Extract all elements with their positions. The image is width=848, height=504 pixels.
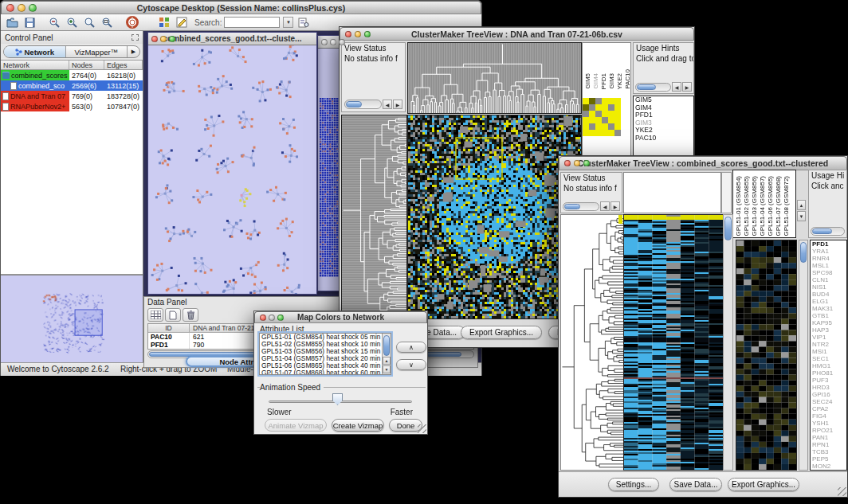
close-icon[interactable] bbox=[345, 31, 351, 37]
gene-label[interactable]: RPN1 bbox=[811, 441, 846, 448]
gene-label[interactable]: GPI16 bbox=[811, 391, 846, 398]
scrollbar-thumb[interactable] bbox=[383, 335, 390, 356]
gene-label[interactable]: SEC1 bbox=[811, 355, 846, 362]
scroll-left-icon[interactable]: ◀ bbox=[600, 201, 610, 211]
plugin-manager-icon[interactable] bbox=[156, 16, 171, 29]
zoom-heatmap[interactable] bbox=[736, 240, 797, 471]
gene-label[interactable]: FIG4 bbox=[811, 412, 846, 420]
attribute-item[interactable]: GPL51-07 (GSM868) heat shock 60 min bbox=[260, 369, 391, 375]
close-icon[interactable] bbox=[260, 315, 266, 321]
scrollbar-thumb[interactable] bbox=[637, 84, 656, 90]
gene-label[interactable]: NIS1 bbox=[811, 283, 846, 291]
close-icon[interactable] bbox=[6, 4, 14, 12]
gene-label[interactable]: PAN1 bbox=[811, 434, 846, 441]
delete-attribute-icon[interactable] bbox=[183, 308, 198, 322]
array-column-label[interactable]: GPL51-03 (GSM856) bbox=[751, 176, 758, 236]
attribute-list[interactable]: GPL51-01 (GSM854) heat shock 05 minGPL51… bbox=[259, 333, 391, 375]
search-config-icon[interactable] bbox=[296, 16, 311, 29]
heatmap[interactable] bbox=[623, 214, 724, 471]
network-canvas[interactable] bbox=[148, 45, 316, 294]
gene-label[interactable]: PFD1 bbox=[811, 240, 846, 248]
minimize-icon[interactable] bbox=[355, 31, 361, 37]
annotation-icon[interactable] bbox=[174, 16, 189, 29]
gene-label[interactable]: GTB1 bbox=[811, 312, 846, 319]
zoom-in-icon[interactable] bbox=[65, 16, 80, 29]
scroll-down-icon[interactable]: ▼ bbox=[797, 211, 806, 221]
gene-label[interactable]: PHO81 bbox=[811, 369, 846, 377]
tab-vizmapper[interactable]: VizMapper™ bbox=[66, 46, 128, 57]
array-column-label[interactable]: GPL51-06 (GSM865) bbox=[767, 176, 774, 236]
minimize-icon[interactable] bbox=[160, 36, 167, 42]
tab-overflow-icon[interactable]: ▶ bbox=[128, 46, 139, 57]
view-status-hscrollbar[interactable] bbox=[563, 202, 599, 211]
scrollbar-thumb[interactable] bbox=[800, 242, 807, 263]
open-session-icon[interactable] bbox=[5, 16, 20, 29]
zoom-fit-icon[interactable] bbox=[100, 16, 115, 29]
save-data-button[interactable]: Save Data... bbox=[669, 478, 722, 491]
attribute-list-vscrollbar[interactable]: ▲ ▼ bbox=[382, 334, 391, 374]
resize-grip[interactable] bbox=[838, 487, 846, 496]
array-column-label[interactable]: GPL51-04 (GSM857) bbox=[759, 176, 766, 236]
network-row[interactable]: RNAPuberNov2+ 563(0) 107847(0) bbox=[1, 101, 143, 111]
gene-label[interactable]: MON2 bbox=[811, 463, 846, 470]
gene-label[interactable]: NTR2 bbox=[811, 341, 846, 348]
usage-hints-hscrollbar[interactable] bbox=[635, 83, 671, 92]
new-attribute-icon[interactable] bbox=[165, 308, 181, 322]
heatmap-vscrollbar[interactable] bbox=[723, 214, 733, 471]
scrollbar-thumb[interactable] bbox=[564, 204, 580, 209]
zoom-heatmap[interactable] bbox=[583, 98, 621, 136]
save-session-icon[interactable] bbox=[22, 16, 37, 29]
scroll-right-icon[interactable]: ▶ bbox=[610, 201, 620, 211]
zoom-window-icon[interactable] bbox=[339, 39, 345, 45]
network-overview-thumbnail[interactable] bbox=[1, 275, 143, 362]
zoom-window-icon[interactable] bbox=[169, 36, 175, 42]
gene-label[interactable]: YRA1 bbox=[811, 248, 846, 255]
close-icon[interactable] bbox=[321, 39, 328, 45]
gene-label[interactable]: PAC10 bbox=[634, 135, 693, 143]
zoom-window-icon[interactable] bbox=[583, 160, 590, 166]
export-graphics-button[interactable]: Export Graphics... bbox=[728, 478, 799, 491]
resize-grip[interactable] bbox=[418, 424, 426, 433]
network-view-titlebar[interactable]: combined_scores_good.txt--cluste... bbox=[148, 33, 316, 45]
gene-label[interactable]: CPA2 bbox=[811, 405, 846, 412]
minimize-icon[interactable] bbox=[269, 315, 275, 321]
row-dendrogram[interactable] bbox=[560, 214, 624, 471]
array-column-label[interactable]: GPL51-07 (GSM868) bbox=[775, 176, 782, 236]
search-input[interactable] bbox=[224, 17, 280, 28]
gene-label[interactable]: CLN1 bbox=[811, 276, 846, 283]
network-row[interactable]: DNA and Tran 07 769(0) 183728(0) bbox=[1, 91, 143, 101]
gene-label[interactable]: RNR4 bbox=[811, 255, 846, 262]
attribute-table-icon[interactable] bbox=[147, 308, 163, 322]
minimize-icon[interactable] bbox=[574, 160, 580, 166]
gene-label[interactable]: HRD3 bbox=[811, 384, 846, 391]
scroll-up-icon[interactable]: ▲ bbox=[383, 357, 391, 365]
gene-label[interactable]: RPO21 bbox=[811, 427, 846, 434]
array-column-label[interactable]: GPL51-08 (GSM872) bbox=[783, 176, 790, 236]
move-down-button[interactable]: ∨ bbox=[396, 359, 426, 370]
float-panel-icon[interactable] bbox=[132, 34, 139, 41]
gene-label[interactable]: PUF3 bbox=[811, 377, 846, 384]
network-view-window[interactable]: combined_scores_good.txt--cluste... bbox=[147, 32, 317, 295]
treeview-dna-titlebar[interactable]: ClusterMaker TreeView : DNA and Tran 07-… bbox=[340, 27, 694, 41]
scroll-down-icon[interactable]: ▼ bbox=[383, 365, 391, 373]
move-up-button[interactable]: ∧ bbox=[396, 342, 426, 353]
dialog-titlebar[interactable]: Map Colors to Network bbox=[254, 311, 427, 323]
gene-label[interactable]: KAP95 bbox=[811, 319, 846, 326]
zoom-out-icon[interactable] bbox=[47, 16, 62, 29]
array-column-label[interactable]: GPL51-02 (GSM855) bbox=[743, 176, 750, 236]
gene-label[interactable]: HAP3 bbox=[811, 326, 846, 334]
gene-label[interactable]: VIP1 bbox=[811, 334, 846, 341]
create-vizmap-button[interactable]: Create Vizmap bbox=[332, 419, 384, 432]
array-column-label[interactable]: YKE2 bbox=[616, 73, 623, 89]
view-status-hscrollbar[interactable] bbox=[344, 100, 382, 109]
scrollbar-thumb[interactable] bbox=[724, 217, 732, 240]
column-header-id[interactable]: ID bbox=[148, 324, 190, 332]
scrollbar-thumb[interactable] bbox=[346, 101, 362, 107]
gene-label[interactable]: TCB3 bbox=[811, 448, 846, 455]
tab-network[interactable]: Network bbox=[4, 46, 66, 57]
column-dendrogram-empty[interactable] bbox=[623, 172, 721, 213]
column-dendrogram[interactable] bbox=[407, 42, 582, 114]
zoom-window-icon[interactable] bbox=[277, 315, 284, 321]
array-column-label[interactable]: GIM5 bbox=[584, 73, 591, 89]
gene-label[interactable]: BUD4 bbox=[811, 291, 846, 298]
